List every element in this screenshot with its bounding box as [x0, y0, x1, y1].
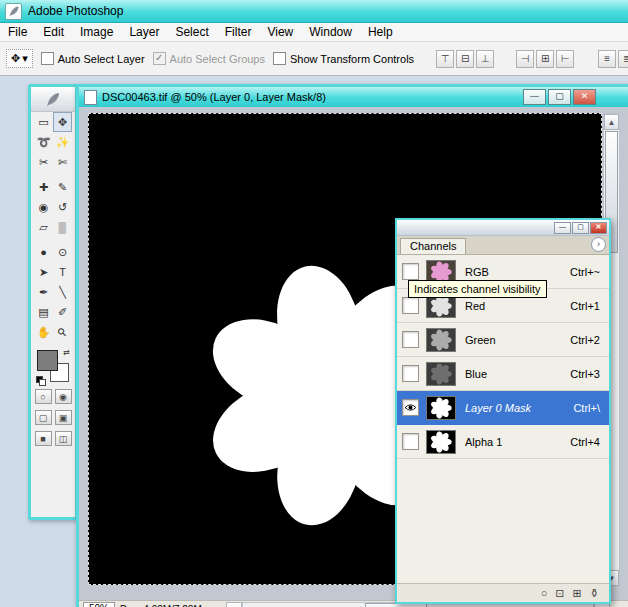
- align-vertical-centers-button[interactable]: ⊟: [456, 50, 474, 68]
- tool-preset-picker[interactable]: ✥ ▾: [6, 49, 33, 68]
- quick-mask-mode-button[interactable]: ◉: [55, 389, 72, 404]
- menu-edit[interactable]: Edit: [35, 24, 72, 40]
- channel-name: Blue: [465, 368, 570, 380]
- imageready-icon: ◫: [59, 434, 68, 444]
- foreground-color-swatch[interactable]: [37, 350, 58, 371]
- visibility-toggle[interactable]: [402, 433, 419, 450]
- zoom-level-field[interactable]: 50%: [83, 602, 115, 607]
- line-tool[interactable]: ╲: [53, 282, 72, 302]
- align-top-edges-button[interactable]: ⊤: [436, 50, 454, 68]
- channel-name: Red: [465, 300, 570, 312]
- healing-brush-icon: ✚: [39, 181, 48, 194]
- palette-minimize-button[interactable]: —: [554, 222, 571, 234]
- save-selection-icon[interactable]: ⊡: [555, 587, 564, 600]
- palette-titlebar[interactable]: — ▢ ✕: [397, 220, 609, 236]
- menu-help[interactable]: Help: [360, 24, 401, 40]
- visibility-toggle[interactable]: [402, 399, 419, 416]
- blur-tool[interactable]: ●: [34, 242, 53, 262]
- align-left-edges-button[interactable]: ⊣: [516, 50, 534, 68]
- align-right-edges-button[interactable]: ⊢: [556, 50, 574, 68]
- healing-brush-tool[interactable]: ✚: [34, 177, 53, 197]
- visibility-toggle[interactable]: [402, 331, 419, 348]
- standard-mode-button[interactable]: ○: [35, 389, 52, 404]
- channel-row-layer-0-mask[interactable]: Layer 0 Mask Ctrl+\: [397, 391, 609, 425]
- new-channel-icon[interactable]: ⊞: [573, 587, 582, 600]
- menu-view[interactable]: View: [259, 24, 301, 40]
- brush-tool[interactable]: ✎: [53, 177, 72, 197]
- notes-tool[interactable]: ▤: [34, 302, 53, 322]
- channel-shortcut: Ctrl+\: [573, 402, 600, 414]
- load-selection-icon[interactable]: ○: [541, 587, 548, 599]
- distribute-center-button[interactable]: ≣: [618, 50, 628, 68]
- scroll-left-icon[interactable]: ◄: [226, 602, 242, 607]
- gradient-tool[interactable]: ▒: [53, 217, 72, 237]
- lasso-tool[interactable]: ➰: [34, 132, 53, 152]
- palette-menu-icon[interactable]: ›: [591, 237, 606, 252]
- pen-tool[interactable]: ✒: [34, 282, 53, 302]
- fullscreen-button[interactable]: ■: [35, 431, 52, 446]
- align-middle-icon: ⊟: [461, 53, 469, 64]
- palette-maximize-button[interactable]: ▢: [572, 222, 589, 234]
- tab-channels[interactable]: Channels: [400, 238, 466, 254]
- show-transform-controls-checkbox[interactable]: Show Transform Controls: [273, 52, 414, 65]
- visibility-toggle[interactable]: [402, 365, 419, 382]
- move-tool[interactable]: ✥: [53, 112, 72, 132]
- distribute-top-button[interactable]: ≡: [598, 50, 616, 68]
- auto-select-groups-checkbox[interactable]: ✓ Auto Select Groups: [153, 52, 265, 65]
- visibility-toggle[interactable]: [402, 297, 419, 314]
- document-titlebar[interactable]: DSC00463.tif @ 50% (Layer 0, Layer Mask/…: [79, 87, 628, 107]
- align-bottom-icon: ⊥: [481, 53, 490, 64]
- checkbox-box: [273, 52, 286, 65]
- dodge-tool[interactable]: ⊙: [53, 242, 72, 262]
- channel-shortcut: Ctrl+1: [570, 300, 600, 312]
- palette-bottom-bar: ○ ⊡ ⊞ ⚱: [397, 583, 609, 602]
- history-brush-tool[interactable]: ↺: [53, 197, 72, 217]
- visibility-toggle[interactable]: [402, 263, 419, 280]
- clone-stamp-tool[interactable]: ◉: [34, 197, 53, 217]
- menu-filter[interactable]: Filter: [217, 24, 260, 40]
- align-horizontal-centers-button[interactable]: ⊞: [536, 50, 554, 68]
- fullscreen-menubar-button[interactable]: ▣: [55, 410, 72, 425]
- minimize-button[interactable]: —: [523, 89, 546, 105]
- imageready-button[interactable]: ◫: [55, 431, 72, 446]
- default-colors-icon[interactable]: [36, 376, 46, 384]
- standard-screen-icon: ▢: [39, 413, 48, 423]
- magic-wand-tool[interactable]: ✨: [53, 132, 72, 152]
- menu-layer[interactable]: Layer: [121, 24, 167, 40]
- type-tool[interactable]: T: [53, 262, 72, 282]
- scroll-up-icon[interactable]: ▲: [604, 114, 619, 130]
- standard-screen-button[interactable]: ▢: [35, 410, 52, 425]
- delete-channel-icon[interactable]: ⚱: [590, 587, 599, 600]
- eyedropper-tool[interactable]: ✐: [53, 302, 72, 322]
- path-selection-tool[interactable]: ➤: [34, 262, 53, 282]
- app-titlebar[interactable]: Adobe Photoshop: [0, 0, 628, 23]
- checkbox-label: Auto Select Layer: [58, 53, 145, 65]
- channel-row-green[interactable]: Green Ctrl+2: [397, 323, 609, 357]
- close-button[interactable]: ✕: [573, 89, 596, 105]
- menu-file[interactable]: File: [0, 24, 35, 40]
- maximize-button[interactable]: ▢: [548, 89, 571, 105]
- crop-tool[interactable]: ✂: [34, 152, 53, 172]
- rectangular-marquee-tool[interactable]: ▭: [34, 112, 53, 132]
- zoom-tool[interactable]: ⚲: [53, 322, 72, 342]
- brush-icon: ✎: [58, 181, 67, 194]
- menu-window[interactable]: Window: [301, 24, 360, 40]
- slice-tool[interactable]: ✄: [53, 152, 72, 172]
- align-left-icon: ⊣: [521, 53, 530, 64]
- hand-tool[interactable]: ✋: [34, 322, 53, 342]
- channel-row-alpha-1[interactable]: Alpha 1 Ctrl+4: [397, 425, 609, 459]
- swap-colors-icon[interactable]: ⇄: [63, 348, 70, 357]
- channel-thumbnail: [426, 328, 456, 352]
- menu-select[interactable]: Select: [167, 24, 216, 40]
- channel-row-blue[interactable]: Blue Ctrl+3: [397, 357, 609, 391]
- palette-close-button[interactable]: ✕: [590, 222, 607, 234]
- menu-image[interactable]: Image: [72, 24, 121, 40]
- type-icon: T: [59, 266, 66, 278]
- eraser-tool[interactable]: ▱: [34, 217, 53, 237]
- auto-select-layer-checkbox[interactable]: Auto Select Layer: [41, 52, 145, 65]
- resize-grip[interactable]: [615, 602, 628, 607]
- channel-name: Layer 0 Mask: [465, 402, 573, 414]
- toolbox-header[interactable]: [31, 87, 75, 112]
- align-bottom-edges-button[interactable]: ⊥: [476, 50, 494, 68]
- channel-shortcut: Ctrl+~: [570, 266, 600, 278]
